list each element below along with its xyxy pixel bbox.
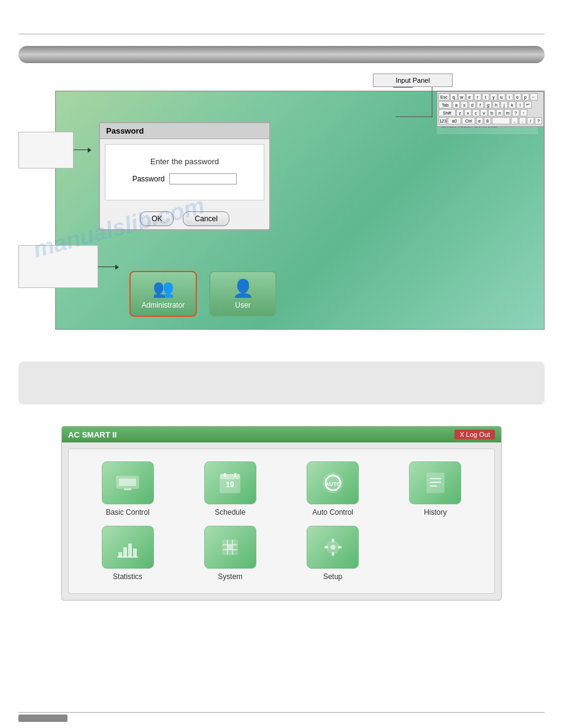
administrator-button[interactable]: 👥 Administrator (129, 271, 197, 317)
screenshot-area: SMART II Smart Touch Controller Esc q w … (55, 91, 545, 330)
svg-text:19: 19 (226, 480, 235, 489)
bottom-rule (18, 712, 545, 713)
app-title: AC SMART II (68, 430, 117, 439)
svg-rect-15 (123, 547, 127, 557)
user-icon: 👤 (232, 278, 254, 298)
bottom-bar (18, 715, 67, 722)
svg-rect-10 (427, 473, 444, 493)
menu-item-setup[interactable]: Setup (286, 526, 380, 581)
note-box (18, 362, 545, 404)
user-button[interactable]: 👤 User (209, 271, 277, 317)
svg-point-26 (331, 545, 335, 550)
svg-rect-16 (128, 544, 132, 557)
cancel-button[interactable]: Cancel (183, 211, 229, 226)
password-dialog: Password Enter the password Password OK … (99, 122, 270, 230)
logout-button[interactable]: X Log Out (454, 430, 495, 439)
svg-rect-6 (224, 473, 226, 477)
svg-rect-14 (118, 552, 122, 557)
annotation-box-upper (18, 132, 74, 169)
setup-icon (307, 526, 359, 569)
svg-rect-30 (338, 546, 342, 548)
svg-rect-4 (220, 474, 240, 479)
password-row: Password (118, 173, 251, 184)
svg-rect-7 (234, 473, 236, 477)
dialog-buttons: OK Cancel (100, 205, 269, 229)
statistics-label: Statistics (113, 572, 142, 581)
statistics-icon (102, 526, 154, 569)
administrator-label: Administrator (142, 301, 185, 309)
key-tab[interactable]: Tab (439, 101, 452, 108)
svg-rect-28 (332, 552, 334, 556)
svg-rect-29 (324, 546, 328, 548)
top-rule (18, 34, 545, 34)
administrator-icon: 👥 (153, 278, 174, 298)
menu-item-system[interactable]: System (183, 526, 277, 581)
connector-h1 (393, 87, 413, 88)
annotation-arrow-upper (74, 150, 89, 150)
input-panel-label: Input Panel (373, 74, 453, 87)
top-section: Input Panel SMART II Smart Touch Control… (18, 74, 545, 349)
system-label: System (218, 572, 242, 581)
menu-item-empty (389, 526, 482, 581)
user-label: User (235, 301, 250, 309)
schedule-label: Schedule (215, 508, 245, 517)
menu-item-schedule[interactable]: 19 Schedule (183, 461, 277, 517)
svg-rect-17 (133, 548, 137, 557)
connector-v1 (432, 87, 432, 118)
annotation-box-lower (18, 245, 98, 288)
auto-control-icon: AUTO (307, 461, 359, 504)
annotation-line-lower (98, 267, 117, 267)
key-shift[interactable]: Shift (439, 109, 456, 116)
app-window: AC SMART II X Log Out Basic Control (61, 426, 502, 601)
svg-text:AUTO: AUTO (325, 481, 340, 487)
app-titlebar: AC SMART II X Log Out (62, 427, 501, 442)
menu-item-history[interactable]: History (389, 461, 482, 517)
menu-grid: Basic Control 19 Schedule (81, 461, 482, 581)
history-label: History (424, 508, 446, 517)
key-esc[interactable]: Esc (439, 93, 450, 100)
history-icon (409, 461, 461, 504)
password-label: Password (132, 175, 165, 183)
input-panel-text: Input Panel (396, 77, 430, 84)
menu-item-basic-control[interactable]: Basic Control (81, 461, 174, 517)
app-content: Basic Control 19 Schedule (68, 449, 495, 594)
schedule-icon: 19 (204, 461, 256, 504)
connector-h2 (396, 116, 432, 117)
ok-button[interactable]: OK (140, 211, 174, 226)
basic-control-icon (102, 461, 154, 504)
pill-bar (18, 46, 545, 63)
setup-label: Setup (323, 572, 342, 581)
keyboard-panel: Esc q w e r t y u i o p ← Tab a s d f g … (437, 91, 544, 127)
auto-control-label: Auto Control (312, 508, 353, 517)
system-icon (204, 526, 256, 569)
dialog-prompt: Enter the password (118, 157, 251, 166)
dialog-body: Enter the password Password (105, 144, 264, 200)
svg-point-24 (228, 545, 232, 550)
password-input[interactable] (169, 173, 237, 184)
menu-item-statistics[interactable]: Statistics (81, 526, 174, 581)
user-buttons-area: 👥 Administrator 👤 User (129, 271, 277, 317)
menu-item-auto-control[interactable]: AUTO Auto Control (286, 461, 380, 517)
basic-control-label: Basic Control (105, 508, 149, 517)
svg-rect-27 (332, 539, 334, 542)
svg-rect-2 (124, 488, 131, 490)
svg-rect-1 (119, 479, 136, 486)
dialog-title: Password (100, 123, 269, 139)
